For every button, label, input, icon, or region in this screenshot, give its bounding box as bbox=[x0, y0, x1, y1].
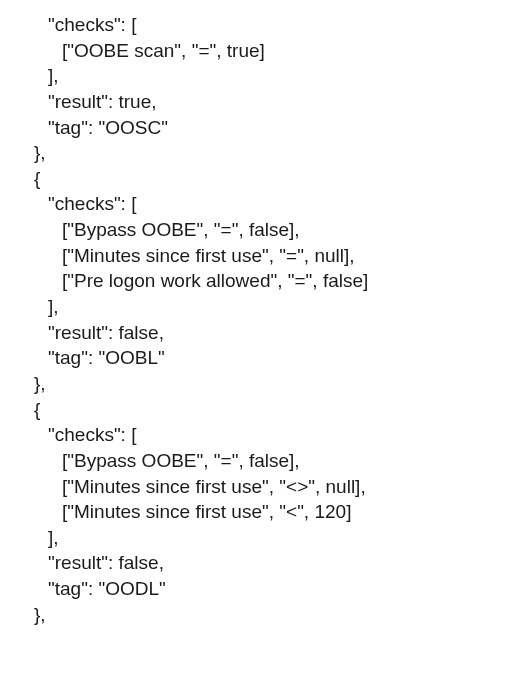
code-line: "checks": [ bbox=[20, 191, 506, 217]
code-line: { bbox=[20, 397, 506, 423]
code-line: ["OOBE scan", "=", true] bbox=[20, 38, 506, 64]
code-line: "tag": "OOBL" bbox=[20, 345, 506, 371]
code-line: ["Pre logon work allowed", "=", false] bbox=[20, 268, 506, 294]
code-line: ["Bypass OOBE", "=", false], bbox=[20, 448, 506, 474]
code-line: ], bbox=[20, 294, 506, 320]
code-line: ["Minutes since first use", "<>", null], bbox=[20, 474, 506, 500]
code-line: ["Minutes since first use", "<", 120] bbox=[20, 499, 506, 525]
code-line: "result": true, bbox=[20, 89, 506, 115]
code-line: }, bbox=[20, 602, 506, 628]
code-line: ], bbox=[20, 525, 506, 551]
code-line: "result": false, bbox=[20, 550, 506, 576]
code-line: "tag": "OOSC" bbox=[20, 115, 506, 141]
code-line: { bbox=[20, 166, 506, 192]
code-line: "checks": [ bbox=[20, 12, 506, 38]
code-line: "result": false, bbox=[20, 320, 506, 346]
code-line: ["Minutes since first use", "=", null], bbox=[20, 243, 506, 269]
code-line: ["Bypass OOBE", "=", false], bbox=[20, 217, 506, 243]
code-line: "tag": "OODL" bbox=[20, 576, 506, 602]
code-line: ], bbox=[20, 63, 506, 89]
code-line: }, bbox=[20, 371, 506, 397]
json-code-block: "checks": [["OOBE scan", "=", true]],"re… bbox=[20, 12, 506, 627]
code-line: }, bbox=[20, 140, 506, 166]
code-line: "checks": [ bbox=[20, 422, 506, 448]
